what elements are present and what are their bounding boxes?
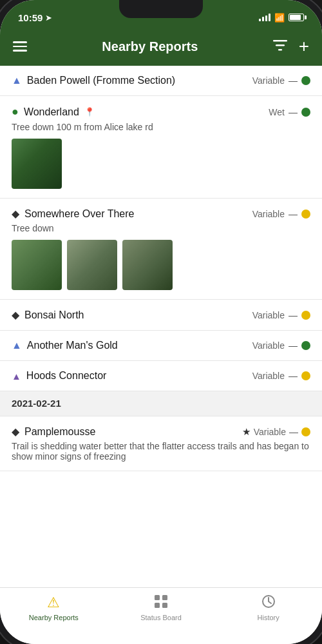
page-title: Nearby Reports	[102, 39, 198, 54]
report-images	[12, 139, 310, 189]
app-header: Nearby Reports +	[0, 31, 322, 66]
warning-icon: ⚠	[47, 594, 60, 611]
trail-type-icon: ◆	[12, 309, 19, 321]
svg-rect-3	[155, 595, 160, 600]
svg-rect-4	[162, 595, 167, 600]
grid-icon	[154, 594, 168, 611]
add-button[interactable]: +	[299, 37, 309, 55]
status-dot	[301, 371, 310, 380]
menu-button[interactable]	[13, 41, 27, 52]
trail-type-icon: ◆	[12, 425, 19, 438]
report-description: Tree down	[12, 223, 310, 233]
trail-type-icon: ●	[12, 105, 19, 119]
status-dash: —	[289, 340, 298, 351]
status-dash: —	[289, 310, 298, 320]
status-dot	[301, 210, 310, 219]
tab-nearby-reports[interactable]: ⚠ Nearby Reports	[0, 592, 108, 621]
tab-label: Nearby Reports	[29, 614, 79, 621]
status-label: Variable	[252, 371, 285, 381]
svg-rect-0	[273, 40, 287, 42]
notch	[119, 0, 203, 18]
trail-name: Baden Powell (Fromme Section)	[27, 75, 175, 86]
trail-type-icon: ◆	[12, 208, 19, 220]
status-label: Variable	[252, 75, 285, 86]
report-image[interactable]	[12, 139, 62, 189]
report-description: Tree down 100 m from Alice lake rd	[12, 122, 310, 132]
tab-history[interactable]: History	[214, 592, 322, 621]
status-label: Variable	[252, 340, 285, 351]
status-dash: —	[289, 209, 298, 219]
report-image[interactable]	[12, 240, 62, 290]
filter-icon[interactable]	[273, 39, 287, 55]
clock-icon	[261, 594, 276, 611]
trail-type-icon: ▲	[12, 340, 22, 351]
status-dash: —	[289, 371, 298, 381]
list-item[interactable]: ▲ Hoods Connector Variable —	[0, 361, 322, 391]
trail-name: Pamplemousse	[24, 426, 95, 438]
trail-name: Wonderland	[24, 106, 79, 118]
status-dash: —	[289, 75, 298, 86]
signal-icon	[259, 14, 270, 21]
status-label: Variable	[254, 427, 286, 437]
status-label: Wet	[269, 107, 285, 117]
tab-status-board[interactable]: Status Board	[108, 592, 215, 621]
status-label: Variable	[252, 310, 285, 320]
svg-rect-6	[162, 603, 167, 608]
trail-name: Hoods Connector	[26, 370, 107, 382]
status-icons: 📶	[259, 13, 304, 23]
list-item[interactable]: ◆ Pamplemousse ★ Variable — Trail is she…	[0, 416, 322, 471]
phone-frame: 10:59 ➤ 📶 Nearby Reports	[0, 0, 322, 644]
status-time: 10:59	[18, 12, 43, 23]
battery-icon	[289, 14, 304, 21]
tab-label: History	[258, 614, 279, 621]
trail-type-icon: ▲	[12, 75, 22, 86]
wifi-icon: 📶	[274, 13, 285, 23]
status-dash: —	[289, 427, 298, 437]
svg-rect-5	[155, 603, 160, 608]
report-image[interactable]	[122, 240, 173, 290]
status-dot	[301, 76, 310, 85]
tab-bar: ⚠ Nearby Reports Status Board Hi	[0, 587, 322, 644]
status-label: Variable	[252, 209, 285, 219]
list-item[interactable]: ▲ Baden Powell (Fromme Section) Variable…	[0, 66, 322, 96]
status-dash: —	[289, 107, 298, 117]
header-actions: +	[273, 37, 309, 55]
location-arrow-icon: ➤	[45, 13, 52, 23]
favorite-star-icon: ★	[242, 426, 251, 438]
status-dot	[301, 341, 310, 350]
trail-name: Another Man's Gold	[27, 340, 118, 351]
report-image[interactable]	[67, 240, 117, 290]
trail-type-icon: ▲	[12, 371, 21, 382]
svg-rect-2	[278, 49, 282, 51]
status-dot	[301, 311, 310, 320]
list-item[interactable]: ◆ Bonsai North Variable —	[0, 300, 322, 331]
status-dot	[301, 108, 310, 117]
report-list: ▲ Baden Powell (Fromme Section) Variable…	[0, 66, 322, 598]
status-dot	[301, 427, 310, 436]
tab-label: Status Board	[140, 614, 182, 621]
trail-name: Somewhere Over There	[24, 208, 134, 220]
trail-name: Bonsai North	[24, 309, 84, 321]
report-description: Trail is shedding water better that the …	[12, 441, 310, 462]
date-label: 2021-02-21	[12, 398, 61, 409]
list-item[interactable]: ● Wonderland 📍 Wet — Tree down 100 m fro…	[0, 96, 322, 199]
pin-icon: 📍	[84, 107, 95, 117]
date-separator: 2021-02-21	[0, 391, 322, 416]
report-images	[12, 240, 310, 290]
list-item[interactable]: ▲ Another Man's Gold Variable —	[0, 331, 322, 361]
svg-rect-1	[276, 44, 285, 46]
list-item[interactable]: ◆ Somewhere Over There Variable — Tree d…	[0, 199, 322, 300]
